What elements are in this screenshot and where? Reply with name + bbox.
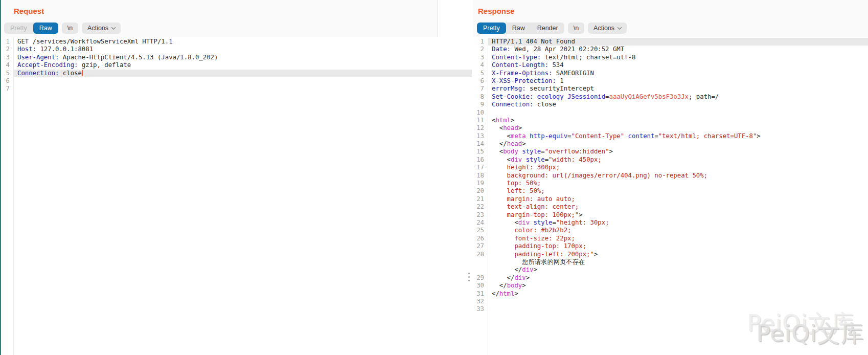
line-text: font-size: 22px; (488, 235, 868, 242)
code-line: 1GET /services/WorkflowServiceXml HTTP/1… (1, 38, 472, 46)
code-line: 10 (473, 109, 868, 117)
line-text: color: #b2b2b2; (488, 227, 868, 234)
response-tab-n[interactable]: \n (568, 23, 584, 34)
request-tab-actions[interactable]: Actions (82, 23, 121, 34)
request-panel: Request PrettyRaw\nActions 1GET /service… (1, 0, 472, 355)
request-tab-pretty[interactable]: Pretty (4, 23, 33, 34)
line-text: <meta http-equiv="Content-Type" content=… (488, 132, 868, 140)
code-line: 33 (473, 305, 868, 313)
response-tabs: PrettyRawRender\nActions (477, 23, 627, 34)
response-tab-actions[interactable]: Actions (588, 23, 627, 34)
line-text: <div style="width: 450px; (488, 156, 868, 164)
line-text: 您所请求的网页不存在 (488, 258, 868, 266)
code-line: 28 padding-left: 200px;"> (473, 251, 868, 258)
code-line: 5Connection: close (1, 70, 472, 77)
line-text: </div> (488, 274, 868, 282)
request-title: Request (14, 7, 44, 15)
request-tab-n[interactable]: \n (62, 23, 78, 34)
line-text (13, 77, 472, 85)
line-text: Host: 127.0.0.1:8081 (13, 46, 472, 53)
line-number: 30 (473, 282, 488, 290)
code-line: 4Content-Length: 534 (473, 61, 868, 69)
line-number: 15 (473, 148, 488, 156)
line-number: 27 (473, 242, 488, 250)
request-tab-raw[interactable]: Raw (33, 23, 58, 34)
line-number: 2 (473, 46, 488, 53)
line-text: top: 50%; (488, 180, 868, 187)
line-text: </body> (488, 282, 868, 290)
chevron-down-icon (111, 25, 116, 29)
panel-splitter-handle-icon[interactable] (468, 273, 470, 281)
line-number: 16 (473, 156, 488, 164)
line-number: 6 (1, 77, 13, 85)
gutter-divider (13, 38, 14, 355)
line-number: 18 (473, 172, 488, 180)
line-number: 10 (473, 109, 488, 117)
line-text (13, 85, 472, 93)
line-text: <html> (488, 117, 868, 124)
code-line: 30 </body> (473, 282, 868, 290)
line-number: 11 (473, 117, 488, 124)
code-line: 7errorMsg: securityIntercept (473, 85, 868, 93)
request-editor[interactable]: 1GET /services/WorkflowServiceXml HTTP/1… (1, 38, 472, 355)
line-text (488, 109, 868, 117)
code-line: 3Content-Type: text/html; charset=utf-8 (473, 54, 868, 61)
line-number: 22 (473, 203, 488, 211)
line-number: 19 (473, 180, 488, 187)
response-editor[interactable]: 1HTTP/1.1 404 Not Found2Date: Wed, 28 Ap… (473, 38, 868, 355)
line-number: 29 (473, 274, 488, 282)
line-number: 8 (473, 93, 488, 101)
line-number: 20 (473, 187, 488, 195)
line-number: 4 (473, 61, 488, 69)
response-tab-pretty[interactable]: Pretty (477, 23, 506, 34)
line-text: Content-Length: 534 (488, 61, 868, 69)
code-line: 5X-Frame-Options: SAMEORIGIN (473, 70, 868, 77)
line-text: GET /services/WorkflowServiceXml HTTP/1.… (13, 38, 472, 46)
code-line: 19 top: 50%; (473, 180, 868, 187)
code-line: 24 <div style="height: 30px; (473, 219, 868, 227)
code-line: 2Host: 127.0.0.1:8081 (1, 46, 472, 53)
line-text (488, 305, 868, 313)
line-number: 4 (1, 61, 13, 69)
line-text: height: 300px; (488, 164, 868, 171)
line-text: </div> (488, 266, 868, 274)
code-line: 13 <meta http-equiv="Content-Type" conte… (473, 132, 868, 140)
code-line: 31</html> (473, 290, 868, 298)
line-text: <body style="overflow:hidden"> (488, 148, 868, 156)
line-number: 9 (473, 101, 488, 108)
code-line: 12 <head> (473, 124, 868, 132)
line-text: Set-Cookie: ecology_JSessionid=aaaUyQiAG… (488, 93, 868, 101)
response-tab-render[interactable]: Render (531, 23, 564, 34)
line-text: Accept-Encoding: gzip, deflate (13, 61, 472, 69)
line-text: margin: auto auto; (488, 195, 868, 203)
response-tab-raw[interactable]: Raw (506, 23, 531, 34)
text-cursor (82, 70, 83, 76)
chevron-down-icon (618, 25, 622, 29)
code-line: 14 </head> (473, 140, 868, 148)
line-number: 24 (473, 219, 488, 227)
code-line: 22 text-align: center; (473, 203, 868, 211)
code-line: 17 height: 300px; (473, 164, 868, 171)
gutter-divider (488, 38, 488, 355)
line-number: 13 (473, 132, 488, 140)
line-number (473, 258, 488, 266)
line-text: errorMsg: securityIntercept (488, 85, 868, 93)
line-number: 6 (473, 77, 488, 85)
line-number: 7 (1, 85, 13, 93)
line-text: HTTP/1.1 404 Not Found (488, 38, 868, 46)
line-number: 5 (1, 70, 13, 77)
line-number: 31 (473, 290, 488, 298)
line-number: 33 (473, 305, 488, 313)
code-line: 32 (473, 298, 868, 305)
code-line: 23 margin-top: 100px;"> (473, 211, 868, 219)
line-text: Connection: close (13, 70, 472, 77)
code-line: 20 left: 50%; (473, 187, 868, 195)
line-text: padding-top: 170px; (488, 242, 868, 250)
line-number: 3 (1, 54, 13, 61)
line-text: Date: Wed, 28 Apr 2021 02:20:52 GMT (488, 46, 868, 53)
line-text: <div style="height: 30px; (488, 219, 868, 227)
code-line: 4Accept-Encoding: gzip, deflate (1, 61, 472, 69)
line-number: 14 (473, 140, 488, 148)
line-number (473, 266, 488, 274)
line-text: padding-left: 200px;"> (488, 251, 868, 258)
